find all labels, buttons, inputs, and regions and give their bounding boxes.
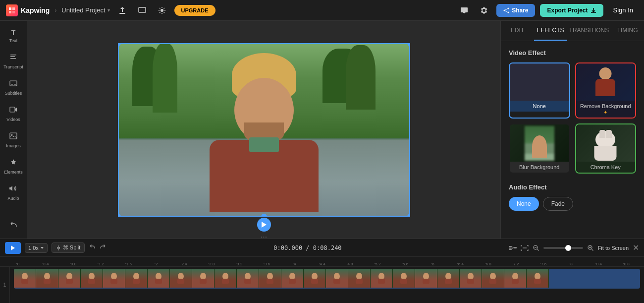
track-thumb-21 [460,269,482,288]
redo-button[interactable] [100,243,107,252]
tab-timing[interactable]: TIMING [611,21,644,41]
svg-point-67 [468,273,474,280]
zoom-in-button[interactable] [587,244,594,251]
svg-point-41 [178,273,184,280]
svg-rect-1 [12,7,15,10]
track-thumb-16 [348,269,371,288]
sidebar-item-elements[interactable]: Elements [1,154,26,179]
timeline-tracks: 1 [0,267,644,303]
project-name[interactable]: Untitled Project ▾ [61,6,109,14]
sidebar-item-text[interactable]: T Text [1,25,26,47]
svg-rect-38 [133,279,140,284]
svg-rect-13 [10,57,15,58]
svg-rect-52 [289,279,296,284]
effect-none-thumb [510,63,569,101]
fit-screen-button[interactable]: Fit to Screen [598,245,629,251]
elements-icon [9,158,17,168]
svg-rect-60 [378,279,385,284]
effect-chroma-key[interactable]: Chroma Key [575,123,637,174]
track-thumb-13 [281,269,304,288]
zoom-slider[interactable] [543,247,583,249]
brightness-button[interactable] [155,3,169,18]
sidebar-text-label: Text [9,38,18,43]
video-track[interactable] [14,269,640,289]
more-options[interactable]: ··· [261,233,267,239]
handle-bottom-mid[interactable] [261,214,267,217]
sidebar-item-images[interactable]: Images [1,128,26,152]
svg-rect-40 [155,279,162,284]
export-button[interactable]: Export Project [540,4,603,17]
svg-rect-12 [10,55,16,56]
zoom-out-button[interactable] [533,244,539,251]
panel-tabs: EDIT EFFECTS TRANSITIONS TIMING [501,21,644,41]
svg-rect-36 [110,279,117,284]
svg-rect-28 [21,279,28,284]
svg-rect-3 [12,11,15,13]
transcript-icon [9,53,17,63]
sidebar-item-transcript[interactable]: Transcript [1,49,26,73]
track-merge-button[interactable] [509,245,517,251]
svg-rect-42 [177,279,184,284]
video-effect-title: Video Effect [509,49,636,57]
svg-line-10 [505,8,507,10]
svg-point-69 [490,273,496,280]
svg-point-31 [66,273,72,280]
audio-fade-button[interactable]: Fade [543,197,573,211]
split-button[interactable]: ⌘ Split [52,242,85,253]
tab-effects[interactable]: EFFECTS [534,21,567,41]
track-thumb-12 [259,269,281,288]
sidebar-item-audio[interactable]: Audio [1,181,26,205]
svg-point-47 [245,273,251,280]
effect-blur-bg[interactable]: Blur Background [509,123,570,174]
sidebar-item-subtitles[interactable]: Subtitles [1,75,26,100]
audio-none-button[interactable]: None [509,197,539,211]
audio-buttons: None Fade [509,197,636,211]
speed-selector[interactable]: 1.0x [25,243,48,253]
svg-rect-16 [11,84,13,85]
signin-button[interactable]: Sign In [608,6,638,14]
effect-blur-bg-label: Blur Background [510,162,569,173]
track-thumb-6 [125,269,148,288]
logo[interactable]: Kapwing [6,4,50,16]
timeline-controls: 1.0x ⌘ Split 0:00.000 / 0:08.240 [0,239,644,257]
svg-point-65 [445,273,451,280]
svg-rect-64 [423,279,429,284]
svg-point-53 [312,273,318,280]
svg-point-6 [161,9,163,12]
track-thumb-15 [326,269,348,288]
tab-edit[interactable]: EDIT [501,21,534,41]
svg-rect-15 [10,81,17,86]
upgrade-button[interactable]: UPGRADE [174,5,215,16]
track-thumb-22 [482,269,504,288]
upload-button[interactable] [115,3,130,18]
sidebar-subtitles-label: Subtitles [5,91,22,96]
effect-none[interactable]: None [509,62,570,119]
track-thumb-5 [103,269,125,288]
svg-rect-23 [509,248,512,250]
fit-tracks-button[interactable] [521,245,529,251]
effect-none-label: None [510,101,569,112]
svg-rect-34 [88,279,95,284]
effect-remove-bg[interactable]: Remove Background ✦ [575,62,637,119]
breadcrumb-sep: › [54,7,56,14]
sidebar-transcript-label: Transcript [3,64,23,69]
svg-rect-72 [512,279,519,284]
tab-transitions[interactable]: TRANSITIONS [567,21,611,41]
timeline-time: 0:00.000 / 0:08.240 [110,244,504,251]
ruler-ticks: :0 :0.4 :0.8 :1.2 :1.6 :2 :2.4 :2.8 :3.2… [0,257,644,266]
close-timeline-button[interactable]: ✕ [633,243,639,252]
sidebar-item-videos[interactable]: Videos [1,102,26,126]
svg-point-37 [133,273,139,280]
settings-button[interactable] [477,3,491,18]
undo-button[interactable] [89,243,96,252]
chat-button[interactable] [457,3,472,18]
sparkle-icon: ✦ [603,110,607,115]
center-play-button[interactable] [257,218,271,232]
play-button[interactable] [5,242,21,254]
share-button[interactable]: Share [496,4,535,17]
monitor-button[interactable] [135,3,150,18]
svg-point-27 [22,273,28,280]
sidebar-undo[interactable] [1,217,26,235]
track-content[interactable] [10,267,644,303]
svg-rect-56 [333,279,340,284]
